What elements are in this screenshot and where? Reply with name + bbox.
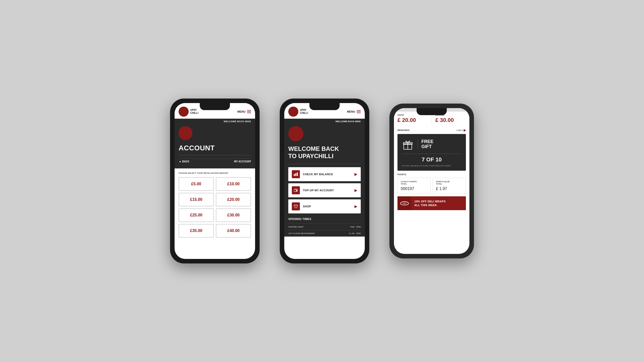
p2-logo-area <box>284 124 365 145</box>
p2-logo-large <box>288 126 303 141</box>
hamburger-icon-2 <box>357 110 361 113</box>
promo-banner: 10% OFF DELI WRAPS ALL THIS WEEK. <box>397 196 466 210</box>
p3-content: DINING £ 20.00 BALANCE £ 30.00 REWARDS 1… <box>394 108 469 254</box>
points-grid: LOYALTY POINTS TOTAL 000197 POINTS VALUE… <box>397 178 466 194</box>
loyalty-label: LOYALTY POINTS TOTAL <box>401 180 427 185</box>
points-value-label: POINTS VALUE TOTAL <box>436 180 463 185</box>
phone-3-notch <box>417 108 447 115</box>
venue-row-1: 1ST FLOOR RESTAURANT 11.30 - 9PM <box>288 230 361 237</box>
topup-icon <box>292 186 300 194</box>
venue-hours-1: 11.30 - 9PM <box>349 232 361 235</box>
promo-image <box>397 196 411 210</box>
reward-progress: 7 OF 10 <box>401 156 462 163</box>
points-section: POINTS LOYALTY POINTS TOTAL 000197 POINT… <box>394 173 469 196</box>
opening-times-title: OPENING TIMES <box>288 217 361 220</box>
reward-divider <box>401 154 462 154</box>
back-button[interactable]: ◄ BACK <box>179 160 189 163</box>
welcome-heading: WELCOME BACK TO UPAYCHILLI <box>284 145 365 164</box>
shop-icon <box>292 202 300 210</box>
main-menu: CHECK MY BALANCE ▶ TOP-UP MY ACCOUNT ▶ <box>284 167 365 213</box>
balance-value: £ 30.00 <box>435 117 466 123</box>
amount-15[interactable]: £15.00 <box>179 193 214 206</box>
p1-amount-section: PLEASE SELECT YOUR REVALUATION AMOUNT £5… <box>175 168 255 241</box>
phone-1: UPAY CHILLI MENU WELCOME BACK MIKE ACCOU… <box>170 99 260 263</box>
amount-35[interactable]: £35.00 <box>179 224 214 238</box>
menu-button[interactable]: MENU <box>237 110 251 113</box>
svg-rect-0 <box>294 174 295 176</box>
p1-dark-content: ACCOUNT ◄ BACK MY ACCOUNT <box>175 144 255 168</box>
rewards-nav[interactable]: 1 OF 2 ▶ <box>457 128 466 132</box>
svg-point-5 <box>296 190 297 191</box>
loyalty-value: 000197 <box>401 187 427 191</box>
svg-point-11 <box>403 202 407 204</box>
shop-label: SHOP <box>303 205 311 208</box>
topup-account-button[interactable]: TOP-UP MY ACCOUNT ▶ <box>288 183 361 197</box>
reward-description: YOU WILL BE ABLE TO CLAIM YOUR FREE GIFT… <box>401 165 462 167</box>
opening-times: OPENING TIMES COFFEE SHOP 7AM - 6PM 1ST … <box>284 213 365 237</box>
p1-logo-area <box>175 124 255 144</box>
phone-2-screen: UPAY CHILLI MENU WELCOME BACK MIKE WELCO… <box>284 103 365 259</box>
rewards-label: REWARDS <box>397 129 410 131</box>
shop-button[interactable]: SHOP ▶ <box>288 199 361 213</box>
svg-rect-2 <box>297 172 298 176</box>
venue-hours-0: 7AM - 6PM <box>350 226 361 228</box>
phone-3: DINING £ 20.00 BALANCE £ 30.00 REWARDS 1… <box>389 104 474 258</box>
back-arrow-icon: ◄ <box>179 160 181 163</box>
free-gift-label: FREE GIFT <box>418 139 433 149</box>
logo-text: UPAY CHILLI <box>190 109 198 115</box>
svg-point-7 <box>296 207 297 208</box>
page-title: ACCOUNT <box>179 144 251 152</box>
loyalty-points-card: LOYALTY POINTS TOTAL 000197 <box>397 178 431 194</box>
divider <box>179 155 251 155</box>
venue-row-0: COFFEE SHOP 7AM - 6PM <box>288 223 361 230</box>
arrow-right-icon: ▶ <box>354 172 357 176</box>
svg-rect-1 <box>295 173 296 176</box>
points-label: POINTS <box>397 173 466 176</box>
chart-icon <box>292 170 300 178</box>
rewards-header: REWARDS 1 OF 2 ▶ <box>394 126 469 134</box>
amount-5[interactable]: £5.00 <box>179 177 214 191</box>
welcome-bar: WELCOME BACK MIKE <box>175 119 255 124</box>
reward-top: FREE GIFT <box>401 138 462 151</box>
logo-circle-2 <box>288 107 298 117</box>
arrow-right-icon-3: ▶ <box>354 204 357 208</box>
amount-label: PLEASE SELECT YOUR REVALUATION AMOUNT <box>179 172 251 174</box>
arrow-right-icon-2: ▶ <box>354 188 357 192</box>
reward-card: FREE GIFT 7 OF 10 YOU WILL BE ABLE TO CL… <box>397 134 466 171</box>
points-value-card: POINTS VALUE TOTAL £ 1.97 <box>433 178 466 194</box>
points-currency-value: £ 1.97 <box>436 187 463 191</box>
amount-30[interactable]: £30.00 <box>216 208 251 222</box>
topup-label: TOP-UP MY ACCOUNT <box>303 189 334 192</box>
rewards-nav-arrow: ▶ <box>464 128 466 132</box>
phone-1-notch <box>200 103 230 110</box>
p2-divider <box>284 164 365 167</box>
check-balance-button[interactable]: CHECK MY BALANCE ▶ <box>288 167 361 181</box>
gift-icon <box>401 138 414 151</box>
welcome-bar-2: WELCOME BACK MIKE <box>284 119 365 124</box>
svg-point-6 <box>295 207 295 208</box>
dining-value: £ 20.00 <box>397 117 428 123</box>
phone-1-screen: UPAY CHILLI MENU WELCOME BACK MIKE ACCOU… <box>175 103 255 259</box>
my-account-link[interactable]: MY ACCOUNT <box>234 160 251 163</box>
promo-text: 10% OFF DELI WRAPS ALL THIS WEEK. <box>414 200 446 207</box>
logo: UPAY CHILLI <box>179 107 198 117</box>
check-balance-label: CHECK MY BALANCE <box>303 173 333 176</box>
venue-name-1: 1ST FLOOR RESTAURANT <box>288 232 315 235</box>
hamburger-icon <box>247 110 251 113</box>
amount-grid: £5.00 £10.00 £15.00 £20.00 £25.00 £30.00… <box>179 177 251 238</box>
logo-circle <box>179 107 189 117</box>
phone-3-screen: DINING £ 20.00 BALANCE £ 30.00 REWARDS 1… <box>394 108 469 254</box>
amount-25[interactable]: £25.00 <box>179 208 214 222</box>
venue-name-0: COFFEE SHOP <box>288 226 304 228</box>
menu-button-2[interactable]: MENU <box>347 110 361 113</box>
p1-logo-circle-large <box>179 126 192 140</box>
phone-2-notch <box>309 103 340 110</box>
phone-2: UPAY CHILLI MENU WELCOME BACK MIKE WELCO… <box>280 99 369 263</box>
logo-2: UPAY CHILLI <box>288 107 308 117</box>
p1-nav: ◄ BACK MY ACCOUNT <box>179 158 251 164</box>
amount-10[interactable]: £10.00 <box>216 177 251 191</box>
logo-text-2: UPAY CHILLI <box>300 109 308 115</box>
amount-40[interactable]: £40.00 <box>216 224 251 238</box>
amount-20[interactable]: £20.00 <box>216 193 251 206</box>
svg-marker-4 <box>295 189 297 189</box>
